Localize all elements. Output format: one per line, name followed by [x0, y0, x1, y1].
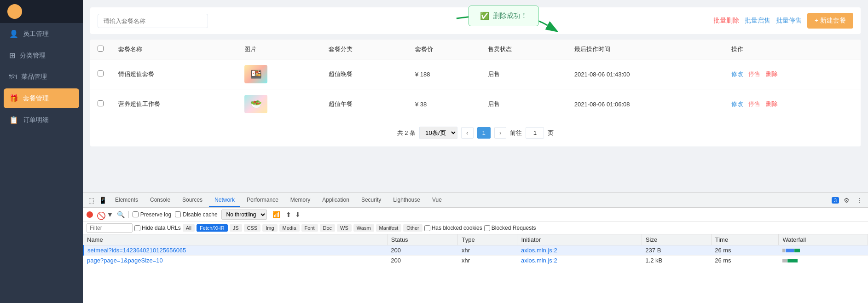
- sidebar-item-order[interactable]: 📋 订单明细: [0, 109, 83, 131]
- sidebar-item-package[interactable]: 🎁 套餐管理: [4, 88, 79, 108]
- batch-start-button[interactable]: 批量启售: [745, 17, 770, 25]
- tab-performance[interactable]: Performance: [241, 194, 284, 207]
- net-td-waterfall-1: [779, 245, 868, 256]
- delete-button-2[interactable]: 删除: [766, 100, 778, 107]
- devtools-settings-icon[interactable]: ⚙: [842, 195, 851, 206]
- logo-circle: [7, 4, 22, 19]
- new-package-button[interactable]: + 新建套餐: [807, 13, 853, 29]
- stop-button-1[interactable]: 停售: [748, 70, 760, 77]
- td-last-op-1: 2021-08-06 01:43:00: [567, 59, 724, 89]
- next-page-button[interactable]: ›: [494, 127, 506, 139]
- clear-button[interactable]: 🚫: [97, 211, 103, 218]
- net-td-size-1: 237 B: [642, 245, 711, 256]
- tab-lighthouse[interactable]: Lighthouse: [388, 194, 426, 207]
- page-size-select[interactable]: 10条/页: [419, 127, 457, 139]
- sidebar-item-employee[interactable]: 👤 员工管理: [0, 23, 83, 45]
- blocked-requests-label[interactable]: Blocked Requests: [484, 225, 536, 231]
- hide-data-urls-checkbox[interactable]: [134, 225, 140, 231]
- edit-button-1[interactable]: 修改: [731, 70, 743, 77]
- download-icon[interactable]: ⬇: [295, 211, 301, 218]
- filter-fetch-xhr-button[interactable]: Fetch/XHR: [197, 224, 228, 232]
- row-checkbox-1[interactable]: [98, 70, 104, 76]
- devtools-mobile-icon[interactable]: 📱: [97, 195, 109, 206]
- throttling-select[interactable]: No throttling: [221, 210, 267, 220]
- has-blocked-cookies-checkbox[interactable]: [424, 225, 430, 231]
- filter-font-button[interactable]: Font: [301, 224, 318, 232]
- td-image-1: 🍱: [237, 59, 321, 89]
- tab-sources[interactable]: Sources: [177, 194, 208, 207]
- devtools-pointer-icon[interactable]: ⬚: [87, 195, 96, 206]
- tab-network[interactable]: Network: [209, 194, 240, 207]
- batch-stop-button[interactable]: 批量停售: [776, 17, 802, 25]
- net-td-status-2: 200: [387, 256, 458, 266]
- sidebar: 👤 员工管理 ⊞ 分类管理 🍽 菜品管理 🎁 套餐管理 📋 订单明细: [0, 0, 83, 303]
- hide-data-urls-label[interactable]: Hide data URLs: [134, 225, 181, 231]
- search-button[interactable]: 🔍: [117, 211, 125, 218]
- wifi-icon[interactable]: 📶: [271, 209, 282, 220]
- tab-application[interactable]: Application: [317, 194, 355, 207]
- td-status-2: 启售: [480, 89, 567, 119]
- filter-input[interactable]: [87, 223, 133, 233]
- page-1-button[interactable]: 1: [477, 127, 491, 139]
- net-initiator-link-2[interactable]: axios.min.js:2: [521, 257, 557, 264]
- net-name-link-2[interactable]: page?page=1&pageSize=10: [87, 257, 163, 264]
- filter-media-button[interactable]: Media: [279, 224, 300, 232]
- stop-button-2[interactable]: 停售: [748, 100, 760, 107]
- td-price-2: ¥ 38: [408, 89, 480, 119]
- select-all-checkbox[interactable]: [98, 46, 104, 52]
- filter-js-button[interactable]: JS: [230, 224, 242, 232]
- sidebar-item-dish[interactable]: 🍽 菜品管理: [0, 66, 83, 87]
- blocked-requests-text: Blocked Requests: [492, 225, 536, 231]
- filter-doc-button[interactable]: Doc: [320, 224, 336, 232]
- blocked-requests-checkbox[interactable]: [484, 225, 490, 231]
- filter-manifest-button[interactable]: Manifest: [376, 224, 402, 232]
- tab-console[interactable]: Console: [145, 194, 176, 207]
- devtools-more-icon[interactable]: ⋮: [854, 195, 864, 206]
- record-button[interactable]: [87, 211, 93, 218]
- filter-button[interactable]: ▼: [107, 211, 113, 218]
- search-input[interactable]: [98, 14, 208, 28]
- tab-vue[interactable]: Vue: [427, 194, 447, 207]
- net-table-row[interactable]: page?page=1&pageSize=10 200 xhr axios.mi…: [83, 256, 868, 266]
- prev-page-button[interactable]: ‹: [461, 127, 473, 139]
- net-header-row: Name Status Type Initiator Size Time Wat…: [83, 234, 868, 245]
- edit-button-2[interactable]: 修改: [731, 100, 743, 107]
- filter-other-button[interactable]: Other: [403, 224, 422, 232]
- td-name-1: 情侣超值套餐: [111, 59, 237, 89]
- filter-img-button[interactable]: Img: [262, 224, 277, 232]
- sidebar-item-category[interactable]: ⊞ 分类管理: [0, 45, 83, 66]
- toolbar-left: [98, 14, 208, 28]
- preserve-log-checkbox[interactable]: [133, 211, 139, 217]
- pagination: 共 2 条 10条/页 ‹ 1 › 前往 页: [90, 119, 861, 146]
- row-checkbox-2[interactable]: [98, 100, 104, 106]
- th-category: 套餐分类: [321, 40, 407, 59]
- table-row: 情侣超值套餐 🍱 超值晚餐 ¥ 188 启售 2021-08-06 01:43:…: [90, 59, 861, 89]
- net-initiator-link-1[interactable]: axios.min.js:2: [521, 247, 557, 254]
- delete-button-1[interactable]: 删除: [766, 70, 778, 77]
- disable-cache-label[interactable]: Disable cache: [175, 211, 217, 218]
- tab-security[interactable]: Security: [356, 194, 387, 207]
- success-toast: ✅ 删除成功！: [469, 6, 539, 26]
- devtools-tabs-bar: ⬚ 📱 Elements Console Sources Network Per…: [83, 193, 868, 208]
- tab-elements[interactable]: Elements: [110, 194, 144, 207]
- has-blocked-cookies-label[interactable]: Has blocked cookies: [424, 225, 482, 231]
- total-count: 共 2 条: [397, 129, 416, 137]
- net-name-link-1[interactable]: setmeal?ids=1423640210125656065: [87, 247, 186, 254]
- toast-message: 删除成功！: [493, 12, 527, 20]
- preserve-log-label[interactable]: Preserve log: [133, 211, 171, 218]
- tab-memory[interactable]: Memory: [285, 194, 316, 207]
- waterfall-bar-1: [782, 248, 864, 253]
- upload-icon[interactable]: ⬆: [286, 211, 291, 218]
- batch-delete-button[interactable]: 批量删除: [713, 17, 739, 25]
- filter-wasm-button[interactable]: Wasm: [353, 224, 374, 232]
- th-image: 图片: [237, 40, 321, 59]
- net-table-row[interactable]: setmeal?ids=1423640210125656065 200 xhr …: [83, 245, 868, 256]
- net-th-waterfall: Waterfall: [779, 234, 868, 245]
- disable-cache-checkbox[interactable]: [175, 211, 181, 217]
- net-th-initiator: Initiator: [517, 234, 642, 245]
- filter-all-button[interactable]: All: [183, 224, 195, 232]
- filter-ws-button[interactable]: WS: [337, 224, 352, 232]
- page-goto-input[interactable]: [526, 127, 544, 139]
- filter-css-button[interactable]: CSS: [244, 224, 261, 232]
- net-td-size-2: 1.2 kB: [642, 256, 711, 266]
